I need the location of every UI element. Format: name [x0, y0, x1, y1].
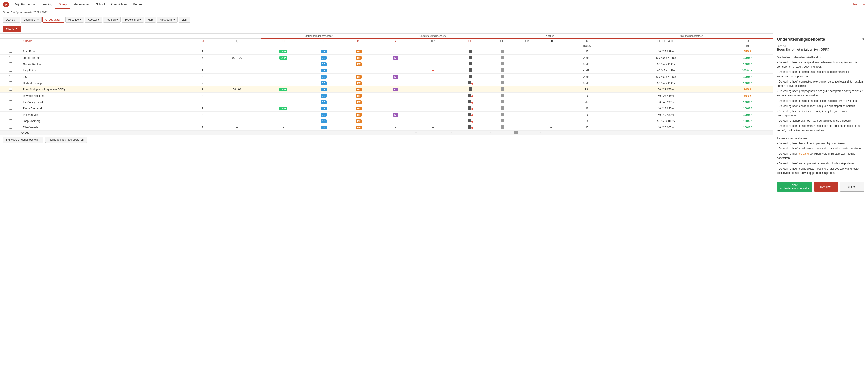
bf-cell: BF: [342, 86, 376, 93]
lb-header[interactable]: LB: [540, 38, 563, 44]
empty-col: [0, 34, 22, 39]
row-checkbox[interactable]: [9, 62, 12, 65]
fn-cell: > M8: [563, 80, 610, 86]
bf-cell: BF: [342, 49, 376, 55]
gb-header[interactable]: GB: [515, 38, 540, 44]
nav-item-leerling[interactable]: Leerling: [38, 0, 55, 9]
opp-header[interactable]: OPP: [261, 38, 305, 44]
sub-nav-begeleiding[interactable]: Begeleiding ▾: [122, 17, 144, 23]
co-cell: [451, 99, 490, 105]
dl-cell: 50 / 38 / 76%: [610, 86, 721, 93]
row-checkbox[interactable]: [9, 113, 12, 116]
lb-cell: –: [540, 80, 563, 86]
sub-nav-zien![interactable]: Zien!: [179, 17, 191, 23]
nav-item-school[interactable]: School: [93, 0, 108, 9]
sub-nav-kindbegrip[interactable]: Kindbegrip ▾: [157, 17, 178, 23]
naam-header[interactable]: ↑ Naam: [22, 38, 192, 44]
gb-cell: [515, 105, 540, 112]
individuele-notities-btn[interactable]: Individuele notities opstellen: [3, 136, 43, 143]
footer-dl: [610, 131, 721, 135]
fn-header[interactable]: FN: [563, 38, 610, 44]
opp-cell: –: [261, 61, 305, 67]
co-cell: [451, 105, 490, 112]
sf-cell: SF: [376, 74, 415, 80]
sf-cell: –: [376, 118, 415, 124]
student-name-cell: Jeroen de Rijk: [22, 55, 192, 61]
row-checkbox[interactable]: [9, 88, 12, 91]
naar-ondersteuning-btn[interactable]: Naar ondersteuningsbehoefte: [777, 182, 812, 192]
ce-header[interactable]: CE: [490, 38, 515, 44]
row-checkbox[interactable]: [9, 119, 12, 122]
nav-item-groep[interactable]: Groep: [55, 0, 70, 9]
panel-close-button[interactable]: ×: [862, 37, 864, 41]
lj-cell: 8: [192, 93, 213, 99]
sub-nav-map[interactable]: Map: [145, 17, 156, 23]
th-cell: –: [415, 99, 451, 105]
bf-header[interactable]: BF: [342, 38, 376, 44]
sub-nav-toetsen[interactable]: Toetsen ▾: [103, 17, 121, 23]
lj-cell: 8: [192, 86, 213, 93]
user-icon[interactable]: ⊕: [863, 3, 865, 6]
panel-footer: Naar ondersteuningsbehoefte Bewerken Slu…: [777, 179, 864, 192]
p-header[interactable]: P&: [722, 38, 773, 44]
lb-cell: –: [540, 86, 563, 93]
help-link[interactable]: Help: [853, 3, 859, 6]
opp-cell: –: [261, 99, 305, 105]
student-name-cell: Herbert Schaap: [22, 80, 192, 86]
sluiten-btn[interactable]: Sluiten: [840, 182, 864, 192]
dl-cell: 40 / >55 / >138%: [610, 55, 721, 61]
row-checkbox[interactable]: [9, 94, 12, 97]
sub-nav-absentie[interactable]: Absentie ▾: [65, 17, 84, 23]
row-checkbox[interactable]: [9, 82, 12, 84]
footer-sf: [376, 131, 415, 135]
row-checkbox[interactable]: [9, 50, 12, 53]
footer-lb: –: [540, 131, 563, 135]
bf-cell: BF: [342, 124, 376, 131]
nav-item-beheer[interactable]: Beheer: [130, 0, 146, 9]
ob-cell: OB: [305, 74, 342, 80]
co-cell: [451, 80, 490, 86]
co-header[interactable]: CO: [451, 38, 490, 44]
iq-cell: –: [213, 67, 261, 74]
sub-nav-leerlingen[interactable]: Leerlingen ▾: [21, 17, 41, 23]
row-checkbox[interactable]: [9, 56, 12, 59]
lj-header[interactable]: LJ: [192, 38, 213, 44]
sf-header[interactable]: SF: [376, 38, 415, 44]
pct-cell: 100% /: [722, 61, 773, 67]
ce-cell: [490, 55, 515, 61]
nav-item-overzichten[interactable]: Overzichten: [108, 0, 130, 9]
bewerken-btn[interactable]: Bewerken: [814, 182, 838, 192]
nav-item-mijn-parnassys[interactable]: Mijn ParnasSys: [12, 0, 38, 9]
dl-header[interactable]: DL, DLE & LR: [610, 38, 721, 44]
sub-nav-rooster[interactable]: Rooster ▾: [85, 17, 102, 23]
iq-header[interactable]: IQ: [213, 38, 261, 44]
pct-cell: 100% /: [722, 80, 773, 86]
breadcrumb: Groep 7/8 (groepskaart) (2022 / 2023): [0, 9, 868, 16]
dl-cell: 40 / <5 / <13%: [610, 67, 721, 74]
panel-student-name: Roos Smit (niet wijzigen ivm OPP!): [777, 48, 864, 51]
iq-cell: 79 - 91: [213, 86, 261, 93]
individuele-plannen-btn[interactable]: Individuele plannen opstellen: [45, 136, 87, 143]
row-checkbox[interactable]: [9, 75, 12, 78]
ob-header[interactable]: OB: [305, 38, 342, 44]
sub-nav-overzicht[interactable]: Overzicht: [3, 17, 20, 23]
footer-bf: [342, 131, 376, 135]
filters-button[interactable]: Filters ▼: [3, 26, 21, 32]
row-checkbox[interactable]: [9, 107, 12, 110]
lb-cell: –: [540, 93, 563, 99]
ce-cell: [490, 118, 515, 124]
sf-cell: –: [376, 61, 415, 67]
dl-cell: 40 / 35 / 88%: [610, 49, 721, 55]
sub-nav-groepskaart[interactable]: Groepskaart: [42, 17, 64, 23]
app-logo[interactable]: P: [3, 1, 9, 8]
sf-cell: SF: [376, 55, 415, 61]
row-checkbox[interactable]: [9, 100, 12, 103]
row-checkbox[interactable]: [9, 69, 12, 72]
nav-item-medewerker[interactable]: Medewerker: [70, 0, 93, 9]
footer-iq: [213, 131, 261, 135]
student-name-cell: Elena Tomovski: [22, 105, 192, 112]
lb-cell: –: [540, 61, 563, 67]
th-header[interactable]: TH*: [415, 38, 451, 44]
row-checkbox[interactable]: [9, 126, 12, 129]
main-table: Ontwikkelingsperspectief Ondersteuningsb…: [0, 33, 773, 134]
